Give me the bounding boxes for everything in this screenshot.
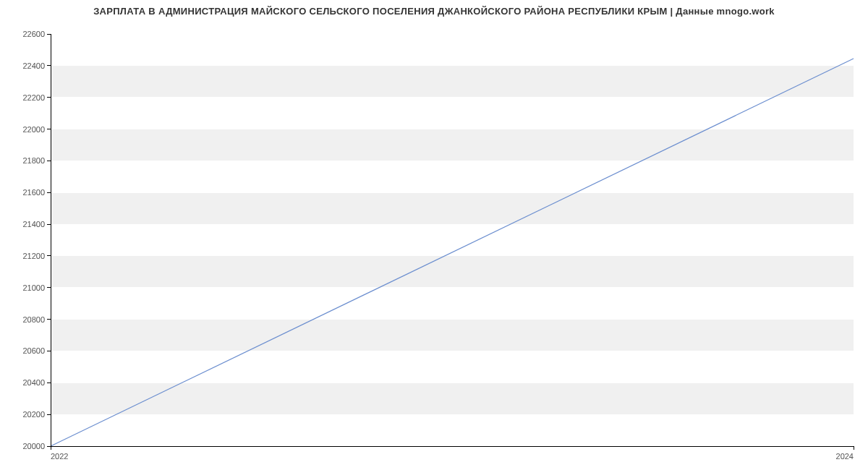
y-tick-label: 21600 <box>22 188 45 197</box>
y-tick-label: 22200 <box>22 93 45 102</box>
y-tick-label: 20200 <box>22 410 45 419</box>
y-tick-label: 21800 <box>22 156 45 165</box>
chart-svg: 2000020200204002060020800210002120021400… <box>0 20 868 468</box>
y-tick-label: 21400 <box>22 220 45 228</box>
x-tick-label: 2024 <box>836 452 854 461</box>
svg-rect-0 <box>51 383 854 414</box>
y-tick-label: 20600 <box>22 346 45 355</box>
y-tick-label: 20400 <box>22 378 45 387</box>
y-tick-label: 21000 <box>22 283 45 292</box>
svg-rect-1 <box>51 320 854 351</box>
y-tick-label: 20800 <box>22 315 45 324</box>
x-tick-label: 2022 <box>51 452 68 461</box>
y-tick-label: 22000 <box>22 125 45 134</box>
chart-title: ЗАРПЛАТА В АДМИНИСТРАЦИЯ МАЙСКОГО СЕЛЬСК… <box>0 0 868 20</box>
y-tick-label: 21200 <box>22 252 45 260</box>
chart-area: 2000020200204002060020800210002120021400… <box>0 20 868 468</box>
y-tick-label: 20000 <box>22 442 45 450</box>
svg-rect-5 <box>51 66 854 98</box>
svg-rect-4 <box>51 129 854 161</box>
svg-rect-2 <box>51 256 854 288</box>
y-tick-label: 22400 <box>22 61 45 70</box>
y-tick-label: 22600 <box>22 30 45 38</box>
svg-rect-3 <box>51 192 854 224</box>
